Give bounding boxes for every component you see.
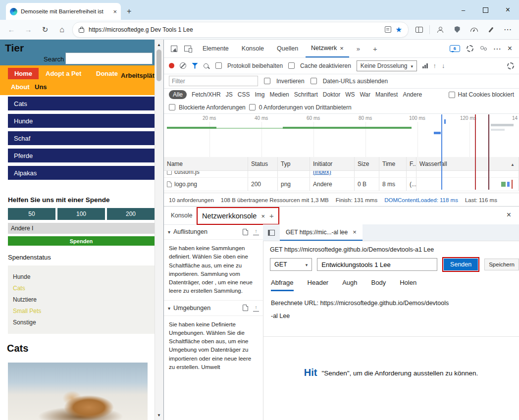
blocked-cookies-checkbox[interactable]	[449, 92, 455, 98]
preserve-log-checkbox[interactable]	[215, 62, 222, 69]
page-scrollbar[interactable]	[155, 40, 163, 420]
list-item[interactable]: Small Pets	[13, 306, 155, 317]
blocked-requests-checkbox[interactable]	[169, 104, 175, 110]
home-button[interactable]	[55, 23, 68, 37]
list-item[interactable]: Nutztiere	[13, 294, 155, 306]
save-button[interactable]: Speichern	[484, 259, 519, 270]
drawer-close-icon[interactable]	[507, 210, 511, 219]
col-waterfall[interactable]: Wasserfall	[416, 157, 519, 170]
send-button[interactable]: Senden	[444, 259, 478, 270]
list-item[interactable]: Sonstige	[13, 317, 155, 328]
category-button-pferde[interactable]: Pferde	[8, 149, 155, 162]
chip-media[interactable]: Medien	[269, 91, 289, 98]
tab-close-icon[interactable]	[113, 8, 117, 15]
amount-button-100[interactable]: 100	[57, 208, 105, 220]
export-har-icon[interactable]	[442, 62, 445, 69]
list-item[interactable]: Cats	[13, 283, 155, 294]
category-button-cats[interactable]: Cats	[8, 97, 155, 110]
maximize-button[interactable]	[474, 0, 497, 20]
settings-menu-icon[interactable]	[501, 23, 514, 37]
invert-checkbox[interactable]	[264, 78, 270, 84]
amount-button-200[interactable]: 200	[107, 208, 155, 220]
chip-fetch-xhr[interactable]: Fetch/XHR	[192, 91, 221, 98]
refresh-button[interactable]	[39, 23, 52, 37]
forward-button[interactable]	[22, 23, 35, 37]
throttling-dropdown[interactable]: Keine Drosselung	[357, 60, 417, 71]
filter-icon[interactable]	[192, 63, 198, 69]
tab-headers[interactable]: Header	[308, 279, 329, 291]
browser-essentials-icon[interactable]	[455, 26, 460, 33]
chip-js[interactable]: JS	[226, 91, 233, 98]
network-console-tab-highlight[interactable]: Netzwerkkonsole	[197, 207, 279, 225]
third-party-checkbox[interactable]	[249, 104, 256, 110]
profile-icon[interactable]	[437, 27, 443, 33]
issues-badge[interactable]: 6	[450, 45, 460, 52]
request-initiator-link[interactable]: (index)	[310, 171, 355, 178]
request-tab[interactable]: GET https://mic...-al lee	[280, 224, 363, 241]
devtools-people-icon[interactable]	[480, 46, 487, 52]
col-name[interactable]: Name	[164, 157, 248, 170]
category-button-alpakas[interactable]: Alpakas	[8, 166, 155, 180]
import-environment-icon[interactable]	[253, 305, 259, 312]
list-item[interactable]: Hunde	[13, 271, 155, 283]
other-amount-field[interactable]: Andere I	[8, 223, 155, 234]
col-f[interactable]: F...	[407, 157, 416, 170]
environments-section-header[interactable]: Umgebungen	[164, 300, 263, 316]
chip-font[interactable]: Schriftart	[294, 91, 318, 98]
scrollbar-thumb[interactable]	[156, 50, 161, 81]
donate-submit-button[interactable]: Spenden	[8, 236, 155, 246]
drawer-tab-close-icon[interactable]	[261, 211, 265, 220]
chip-css[interactable]: CSS	[238, 91, 250, 98]
drawer-add-tab-icon[interactable]	[269, 211, 274, 220]
search-icon[interactable]	[204, 63, 208, 68]
nav-home[interactable]: Home	[8, 68, 39, 79]
network-settings-gear-icon[interactable]	[507, 62, 514, 69]
amount-button-50[interactable]: 50	[8, 208, 55, 220]
nav-about[interactable]: About	[11, 83, 30, 91]
clear-icon[interactable]	[180, 62, 186, 69]
import-har-icon[interactable]	[433, 62, 437, 69]
reading-mode-icon[interactable]	[385, 26, 391, 33]
col-status[interactable]: Status	[248, 157, 278, 170]
inspect-element-icon[interactable]	[171, 46, 177, 52]
tab-sources[interactable]: Quellen	[271, 40, 304, 57]
drawer-tab-network-console[interactable]: Netzwerkkonsole	[202, 212, 257, 220]
tab-network[interactable]: Netzwerk	[306, 40, 349, 57]
new-environment-icon[interactable]	[243, 305, 248, 311]
tab-elements[interactable]: Elemente	[197, 40, 234, 57]
nav-about-us[interactable]: Uns	[35, 83, 47, 91]
minimize-button[interactable]	[452, 0, 474, 20]
split-screen-icon[interactable]	[415, 27, 423, 33]
back-button[interactable]	[5, 23, 18, 37]
category-button-hunde[interactable]: Hunde	[8, 114, 155, 128]
nav-adopt-a-pet[interactable]: Adopt a Pet	[46, 70, 81, 77]
devtools-close-icon[interactable]	[508, 44, 512, 53]
chip-wasm[interactable]: War	[360, 91, 370, 98]
chip-doc[interactable]: Doktor	[323, 91, 340, 98]
url-text[interactable]: https://microsoftedge.g Dev Tools 1 Lee	[89, 26, 380, 33]
method-dropdown[interactable]: GET	[270, 258, 312, 271]
browser-tab[interactable]: Demoseite mit Barrierefreiheit ist	[6, 3, 121, 20]
add-devtools-tab-icon[interactable]	[367, 40, 383, 57]
scroll-down-icon[interactable]	[155, 412, 163, 419]
tab-query[interactable]: Abfrage	[271, 279, 294, 291]
collections-section-header[interactable]: Auflistungen	[164, 224, 263, 240]
request-url-input[interactable]	[317, 258, 437, 271]
hide-data-urls-checkbox[interactable]	[311, 78, 317, 84]
tab-body[interactable]: Body	[371, 279, 386, 291]
tab-auth[interactable]: Augh	[342, 279, 357, 291]
category-button-schaf[interactable]: Schaf	[8, 131, 155, 145]
lock-icon[interactable]	[79, 28, 84, 33]
performance-icon[interactable]	[470, 28, 478, 32]
drawer-tab-console[interactable]: Konsole	[171, 212, 192, 219]
devtools-settings-gear-icon[interactable]	[467, 45, 473, 52]
new-collection-icon[interactable]	[243, 229, 248, 235]
col-size[interactable]: Size	[355, 157, 379, 170]
close-window-button[interactable]	[497, 0, 519, 20]
tab-console[interactable]: Konsole	[236, 40, 269, 57]
table-row[interactable]: custom.js (index)	[164, 171, 519, 178]
site-search-input[interactable]	[65, 52, 153, 64]
favorites-star-icon[interactable]	[396, 25, 402, 34]
col-initiator[interactable]: Initiator	[310, 157, 355, 170]
feedback-icon[interactable]	[488, 27, 493, 32]
